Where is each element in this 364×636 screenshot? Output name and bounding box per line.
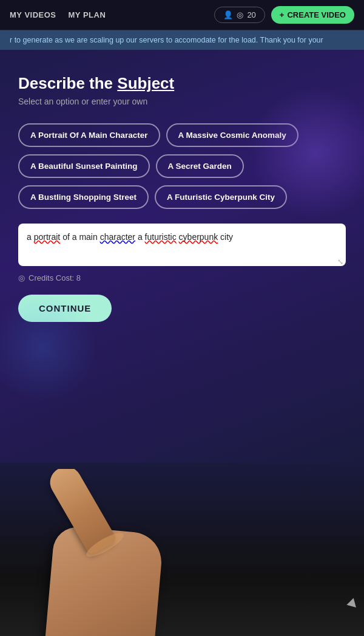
option-shopping[interactable]: A Bustling Shopping Street [18, 185, 149, 209]
title-bold: Subject [117, 74, 174, 92]
main-content: Describe the Subject Select an option or… [0, 50, 364, 463]
options-grid: A Portrait Of A Main Character A Massive… [18, 123, 346, 209]
create-video-label: CREATE VIDEO [287, 10, 346, 19]
credits-badge: 👤 ◎ 20 [214, 7, 265, 23]
option-cosmic[interactable]: A Massive Cosmic Anomaly [166, 123, 298, 147]
option-sunset[interactable]: A Beautiful Sunset Painting [18, 154, 150, 178]
options-row-1: A Portrait Of A Main Character A Massive… [18, 123, 346, 147]
resize-handle[interactable]: ⤡ [337, 258, 343, 264]
plus-icon: + [280, 10, 285, 19]
option-garden[interactable]: A Secret Garden [156, 154, 244, 178]
credits-count: 20 [247, 10, 255, 19]
title-prefix: Describe the [18, 74, 117, 92]
my-videos-link[interactable]: MY VIDEOS [10, 10, 56, 19]
nav-right: 👤 ◎ 20 + CREATE VIDEO [214, 6, 354, 24]
notice-text: r to generate as we are scaling up our s… [10, 36, 323, 44]
create-video-button[interactable]: + CREATE VIDEO [271, 6, 354, 24]
cursor-indicator [346, 598, 359, 610]
hand-overlay [0, 463, 364, 636]
section-title: Describe the Subject [18, 74, 346, 93]
section-subtitle: Select an option or enter your own [18, 97, 346, 106]
subject-input-wrapper: a portrait of a main character a futuris… [18, 224, 346, 266]
user-icon: 👤 [223, 10, 233, 19]
continue-button[interactable]: CONTINUE [18, 295, 112, 322]
options-row-2: A Beautiful Sunset Painting A Secret Gar… [18, 154, 346, 178]
option-cyberpunk[interactable]: A Futuristic Cyberpunk City [155, 185, 287, 209]
navbar: MY VIDEOS MY PLAN 👤 ◎ 20 + CREATE VIDEO [0, 0, 364, 30]
credits-icon: ◎ [237, 10, 243, 19]
hand-graphic [30, 469, 188, 636]
options-row-3: A Bustling Shopping Street A Futuristic … [18, 185, 346, 209]
credits-cost: ◎ Credits Cost: 8 [18, 273, 346, 282]
credits-cost-icon: ◎ [18, 273, 25, 282]
credits-cost-label: Credits Cost: 8 [29, 273, 81, 282]
my-plan-link[interactable]: MY PLAN [69, 10, 106, 19]
option-portrait[interactable]: A Portrait Of A Main Character [18, 123, 160, 147]
notice-banner: r to generate as we are scaling up our s… [0, 30, 364, 50]
